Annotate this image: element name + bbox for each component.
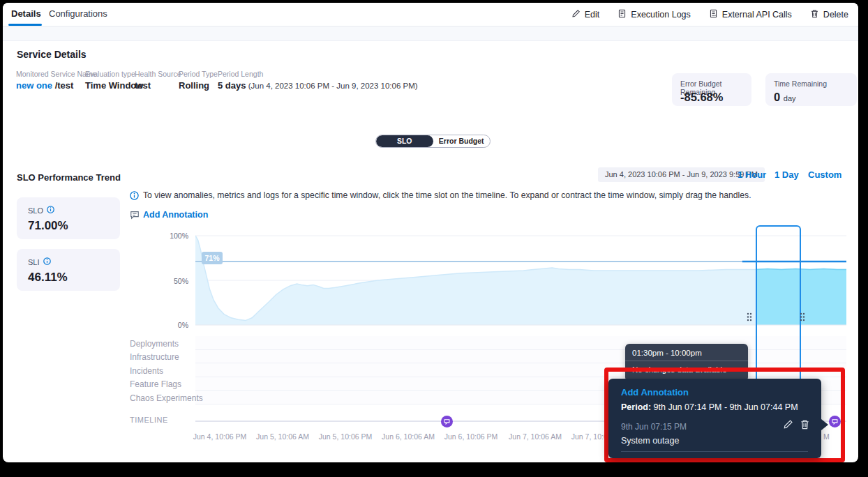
x-tick: Jun 4, 10:06 PM [188,432,251,441]
annotation-popup: Add Annotation Period: 9th Jun 07:14 PM … [608,379,821,458]
tab-details[interactable]: Details [11,3,41,25]
x-tick: Jun 6, 10:06 PM [440,432,502,441]
x-tick: Jun 7, 10:06 AM [504,432,567,441]
range-link-1hour[interactable]: 1 Hour [738,169,766,180]
field-period-type: Period Type Rolling [179,70,218,91]
popup-entry-time: 9th Jun 07:15 PM [621,422,687,432]
label-incidents: Incidents [130,366,163,376]
popup-divider [621,451,808,452]
sli-label: SLI [28,258,40,266]
execution-logs-button[interactable]: Execution Logs [618,9,690,20]
popup-entry-text: System outage [621,436,679,446]
popup-delete-icon[interactable] [800,419,810,432]
sli-info-icon[interactable] [43,257,51,266]
add-annotation-link[interactable]: Add Annotation [143,210,208,220]
field-label: Period Length [218,70,418,78]
slo-errorbudget-toggle: SLO Error Budget [375,135,491,148]
brush-handle-right[interactable] [799,312,806,322]
trend-title: SLO Performance Trend [17,172,121,183]
annotation-marker-1[interactable] [441,416,453,427]
external-api-calls-button[interactable]: External API Calls [709,9,792,20]
annotation-popup-highlight-frame: Add Annotation Period: 9th Jun 07:14 PM … [604,368,845,462]
delete-button[interactable]: Delete [810,9,848,20]
slo-info-icon[interactable] [47,206,54,215]
sli-card: SLI 46.11% [17,249,120,291]
pencil-icon [571,9,581,20]
delete-label: Delete [823,10,848,20]
edit-label: Edit [585,10,600,20]
popup-caret [821,419,828,430]
external-api-calls-label: External API Calls [722,10,792,20]
field-value: test [135,80,181,91]
popup-period-label: Period: [621,402,651,412]
field-period-length: Period Length 5 days (Jun 4, 2023 10:06 … [218,70,418,91]
field-health-source: Health Source test [135,70,181,91]
time-remaining-unit: day [784,94,796,103]
range-link-1day[interactable]: 1 Day [775,169,799,180]
label-chaos-experiments: Chaos Experiments [130,393,203,403]
error-budget-value: -85.68% [680,91,723,104]
timeline-help-text: To view anomalies, metrics and logs for … [143,190,751,200]
popup-period-value: 9th Jun 07:14 PM - 9th Jun 07:44 PM [651,402,798,412]
brush-handle-left[interactable] [746,312,753,322]
objective-badge: 71% [202,252,223,264]
sli-value: 46.11% [28,271,68,285]
slo-card: SLO 71.00% [17,197,120,239]
x-tick: Jun 5, 10:06 PM [314,432,377,441]
annotation-bubble-icon [130,210,140,222]
time-remaining-label: Time Remaining [774,80,827,88]
app-window: Details Configurations Edit Execution Lo… [3,3,858,462]
y-tick-50: 50% [163,277,188,285]
toggle-option-slo[interactable]: SLO [376,135,433,147]
field-value: Rolling [179,80,218,91]
toggle-option-error-budget[interactable]: Error Budget [433,135,491,147]
row-infrastructure[interactable] [195,350,846,364]
info-icon [130,190,139,203]
error-budget-card: Error Budget Remaining -85.68% [672,73,751,106]
trash-icon [810,9,819,20]
tab-bar: Details Configurations Edit Execution Lo… [3,3,858,26]
y-tick-0: 0% [163,321,188,329]
slo-label: SLO [28,206,43,215]
time-remaining-card: Time Remaining 0 day [765,73,857,106]
service-env-suffix: /test [52,80,73,91]
monitored-service-link[interactable]: new one [16,80,52,91]
field-value: 5 days [218,80,246,91]
header-divider-band [3,26,858,41]
range-link-custom[interactable]: Custom [808,169,841,180]
popup-edit-icon[interactable] [783,419,793,432]
field-label: Health Source [135,70,181,78]
active-tab-underline [8,24,42,26]
label-infrastructure: Infrastructure [130,352,179,362]
tooltip-time-range: 01:30pm - 10:00pm [625,344,748,361]
row-deployments[interactable] [195,336,846,350]
popup-period: Period: 9th Jun 07:14 PM - 9th Jun 07:44… [621,402,798,412]
service-details-title: Service Details [17,49,87,60]
y-tick-100: 100% [163,232,188,240]
tab-configurations[interactable]: Configurations [49,3,107,25]
execution-logs-label: Execution Logs [631,10,690,20]
popup-add-annotation-link[interactable]: Add Annotation [621,387,689,397]
x-tick: Jun 6, 10:06 AM [377,432,440,441]
period-range: (Jun 4, 2023 10:06 PM - Jun 9, 2023 10:0… [246,82,417,90]
time-window-brush[interactable] [756,225,801,381]
timeline-label: TIMELINE [130,416,168,424]
document-icon [618,9,627,20]
time-remaining-value: 0 day [774,91,796,104]
header-toolbar: Edit Execution Logs External API Calls D… [571,3,848,26]
document-api-icon [709,9,718,20]
label-feature-flags: Feature Flags [130,379,181,389]
x-tick: Jun 5, 10:06 AM [251,432,314,441]
label-deployments: Deployments [130,339,179,349]
edit-button[interactable]: Edit [571,9,600,20]
slo-value: 71.00% [28,219,68,233]
field-label: Period Type [179,70,218,78]
